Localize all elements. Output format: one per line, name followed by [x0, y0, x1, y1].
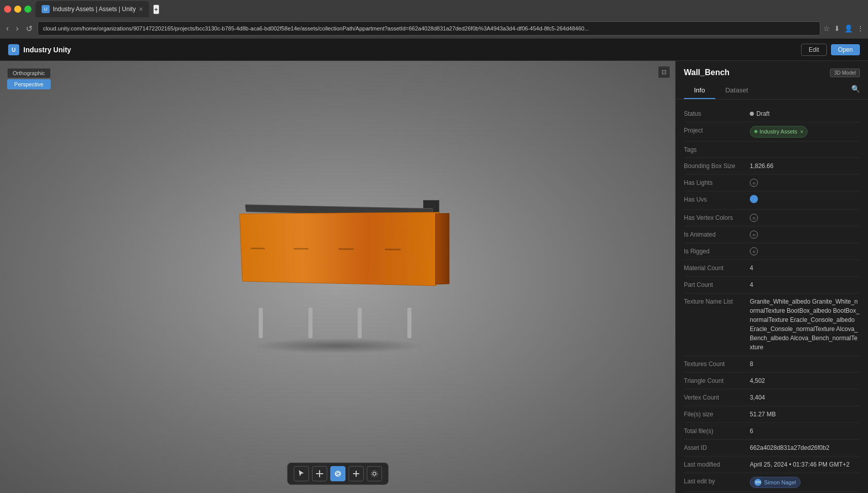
- groove-3: [338, 248, 353, 249]
- vertex-count-value: 3,404: [750, 393, 860, 402]
- has-uvs-label: Has Uvs: [684, 195, 750, 203]
- bounding-box-row: Bounding Box Size 1,826.66: [684, 158, 860, 175]
- perspective-view-button[interactable]: Perspective: [7, 79, 51, 89]
- groove-1: [250, 247, 264, 249]
- project-value: Industry Assets ×: [750, 126, 860, 138]
- tool-orbit[interactable]: [330, 466, 345, 481]
- bench-leg-4: [407, 308, 411, 338]
- last-modified-value: April 25, 2024 • 01:37:46 PM GMT+2: [750, 460, 860, 469]
- status-text: Draft: [756, 109, 770, 118]
- has-uvs-row: Has Uvs: [684, 191, 860, 210]
- window-minimize-button[interactable]: [14, 6, 21, 13]
- triangle-count-label: Triangle Count: [684, 376, 750, 384]
- bounding-box-value: 1,826.66: [750, 161, 860, 171]
- file-size-label: File(s) size: [684, 410, 750, 418]
- tool-move[interactable]: [312, 466, 327, 481]
- tag-remove-button[interactable]: ×: [801, 128, 804, 136]
- asset-name: Wall_Bench: [684, 68, 730, 77]
- svg-point-7: [373, 472, 376, 475]
- status-draft: Draft: [750, 109, 860, 118]
- bench-model: [236, 206, 439, 308]
- texture-name-list-row: Texture Name List Granite_White_albedo G…: [684, 293, 860, 356]
- textures-count-value: 8: [750, 359, 860, 369]
- forward-button[interactable]: ›: [14, 23, 20, 34]
- asset-id-value: 662a4028d831a27ded26f0b2: [750, 443, 860, 452]
- project-row: Project Industry Assets ×: [684, 122, 860, 142]
- open-button[interactable]: Open: [831, 44, 860, 55]
- search-icon[interactable]: 🔍: [851, 85, 860, 93]
- tab-info[interactable]: Info: [684, 82, 715, 99]
- pan-icon: [352, 470, 360, 478]
- material-count-row: Material Count 4: [684, 260, 860, 277]
- info-content: Status Draft Project Industry Assets ×: [676, 100, 868, 493]
- browser-titlebar: U Industry Assets | Assets | Unity × +: [0, 0, 868, 18]
- address-bar[interactable]: [38, 21, 820, 36]
- tab-dataset[interactable]: Dataset: [715, 82, 758, 99]
- has-lights-row: Has Lights ○: [684, 175, 860, 191]
- orthographic-view-button[interactable]: Orthographic: [7, 68, 51, 78]
- header-actions: Edit Open: [801, 44, 860, 56]
- vertex-count-label: Vertex Count: [684, 393, 750, 401]
- textures-count-row: Textures Count 8: [684, 356, 860, 373]
- viewport-right-arrow[interactable]: ›: [671, 273, 673, 282]
- bench-side: [435, 213, 449, 284]
- panel-tabs: Info Dataset 🔍: [684, 82, 860, 99]
- bench-legs: [236, 308, 434, 338]
- has-vertex-colors-label: Has Vertex Colors: [684, 213, 750, 221]
- material-count-label: Material Count: [684, 264, 750, 272]
- last-modified-row: Last modified April 25, 2024 • 01:37:46 …: [684, 456, 860, 473]
- viewport-left-arrow[interactable]: ‹: [2, 273, 5, 282]
- asset-id-row: Asset ID 662a4028d831a27ded26f0b2: [684, 440, 860, 456]
- window-maximize-button[interactable]: [24, 6, 31, 13]
- browser-tab[interactable]: U Industry Assets | Assets | Unity ×: [36, 1, 149, 17]
- tool-settings[interactable]: [367, 466, 382, 481]
- profile-icon[interactable]: 👤: [844, 24, 853, 32]
- asset-title-row: Wall_Bench 3D Model: [684, 68, 860, 77]
- svg-rect-5: [356, 471, 357, 473]
- tag-dot: [754, 130, 757, 133]
- status-row: Status Draft: [684, 106, 860, 122]
- tool-pan[interactable]: [349, 466, 364, 481]
- last-edit-username: Simon Nagel: [764, 478, 796, 487]
- texture-name-list-value: Granite_White_albedo Granite_White_norma…: [750, 297, 860, 352]
- last-edit-by-row: Last edit by SN Simon Nagel: [684, 473, 860, 492]
- download-icon[interactable]: ⬇: [834, 24, 840, 32]
- status-value: Draft: [750, 109, 860, 118]
- bench-grooves: [239, 212, 439, 285]
- window-close-button[interactable]: [4, 6, 11, 13]
- last-edit-avatar: SN: [754, 479, 761, 486]
- status-label: Status: [684, 109, 750, 117]
- tab-close-button[interactable]: ×: [139, 5, 143, 13]
- project-label: Project: [684, 126, 750, 134]
- logo-icon: U: [8, 44, 19, 55]
- orbit-icon: [334, 470, 342, 478]
- triangle-count-value: 4,502: [750, 376, 860, 385]
- file-size-row: File(s) size 51.27 MB: [684, 406, 860, 423]
- back-button[interactable]: ‹: [4, 23, 11, 34]
- has-lights-icon: ○: [750, 179, 758, 187]
- part-count-value: 4: [750, 280, 860, 289]
- last-edit-by-label: Last edit by: [684, 477, 750, 485]
- view-mode-buttons: Orthographic Perspective: [7, 68, 51, 89]
- tool-select[interactable]: [294, 466, 309, 481]
- 3d-model-badge: 3D Model: [830, 69, 860, 77]
- tags-row: Tags: [684, 142, 860, 158]
- bench-leg-1: [259, 308, 263, 338]
- tags-label: Tags: [684, 145, 750, 153]
- refresh-button[interactable]: ↺: [24, 23, 34, 35]
- project-tag[interactable]: Industry Assets ×: [750, 126, 808, 138]
- viewport[interactable]: Orthographic Perspective ‹ › ⊡: [0, 61, 675, 493]
- svg-point-8: [371, 471, 377, 477]
- main-layout: Orthographic Perspective ‹ › ⊡: [0, 61, 868, 493]
- bookmark-icon[interactable]: ☆: [823, 24, 830, 32]
- is-animated-row: Is Animated ○: [684, 226, 860, 243]
- file-size-value: 51.27 MB: [750, 410, 860, 419]
- settings-icon[interactable]: ⋮: [857, 24, 864, 32]
- browser-navbar: ‹ › ↺ ☆ ⬇ 👤 ⋮: [0, 18, 868, 39]
- edit-button[interactable]: Edit: [801, 44, 827, 56]
- bounding-box-label: Bounding Box Size: [684, 161, 750, 170]
- material-count-value: 4: [750, 264, 860, 273]
- new-tab-button[interactable]: +: [153, 5, 159, 14]
- total-files-label: Total file(s): [684, 426, 750, 435]
- viewport-corner-button[interactable]: ⊡: [658, 66, 670, 78]
